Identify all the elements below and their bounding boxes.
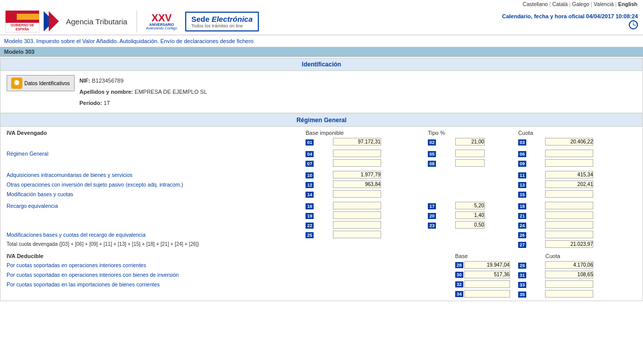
table-row: 34 35 <box>5 289 638 299</box>
id-content: Datos Identificativos NIF: B123456789 Ap… <box>1 71 642 113</box>
field-18[interactable] <box>543 201 638 210</box>
field-27[interactable] <box>543 239 638 249</box>
field-25[interactable] <box>331 230 426 239</box>
iva-devengado-label: IVA Devengado <box>5 129 303 137</box>
lang-valencia[interactable]: Valencià <box>594 1 614 7</box>
name-label: Apellidos y nombre: <box>80 89 133 95</box>
iva-deducible-label: IVA Deducible <box>5 252 303 260</box>
field-22[interactable] <box>331 220 426 230</box>
table-row: 19 20 21 <box>5 210 638 220</box>
field-17[interactable] <box>453 201 516 210</box>
aniv-sub: Avanzando Contigo <box>146 26 177 30</box>
field-08[interactable] <box>453 158 516 168</box>
field-input-03[interactable] <box>543 137 638 147</box>
field-28[interactable] <box>464 261 510 269</box>
main-header: GOBIERNO DE ESPAÑA Agencia Tributaria XX… <box>0 8 643 35</box>
adq-intra-label: Adquisiciones intracomunitarias de biene… <box>5 170 303 179</box>
field-20[interactable] <box>453 210 516 220</box>
field-14[interactable] <box>331 189 426 199</box>
field-num-33: 33 <box>518 282 526 288</box>
field-32[interactable] <box>464 280 510 288</box>
iva-devengado-header-row: IVA Devengado Base imponible Tipo % Cuot… <box>5 129 638 137</box>
field-04[interactable] <box>331 149 426 158</box>
field-23[interactable] <box>453 220 516 230</box>
lang-english[interactable]: English <box>618 1 637 7</box>
field-input-02[interactable] <box>453 137 516 147</box>
cuotas-int-label: Por cuotas soportadas en operaciones int… <box>5 260 303 270</box>
lang-castellano[interactable]: Castellano <box>523 1 548 7</box>
nif-value: B123456789 <box>92 78 123 84</box>
nif-row: NIF: B123456789 <box>80 75 207 86</box>
field-10[interactable] <box>331 170 426 179</box>
table-row: Recargo equivalencia 16 17 18 <box>5 201 638 210</box>
field-30[interactable] <box>464 271 510 278</box>
table-row: Adquisiciones intracomunitarias de biene… <box>5 170 638 179</box>
logo-area: GOBIERNO DE ESPAÑA Agencia Tributaria XX… <box>5 10 259 32</box>
field-35[interactable] <box>543 289 638 299</box>
iva-deducible-header-row: IVA Deducible Base Cuota <box>5 252 638 260</box>
field-07[interactable] <box>331 158 426 168</box>
header-separator <box>137 10 137 32</box>
field-num-02: 02 <box>426 137 453 147</box>
field-13[interactable] <box>543 179 638 189</box>
field-21[interactable] <box>543 210 638 220</box>
otras-ops-label: Otras operaciones con inversión del suje… <box>5 179 303 189</box>
regimen-header-text: Régimen General <box>296 117 347 124</box>
field-31[interactable] <box>543 270 638 279</box>
breadcrumb-text: Modelo 303. Impuesto sobre el Valor Añad… <box>4 38 253 44</box>
id-header-text: Identificación <box>302 61 341 68</box>
field-12[interactable] <box>331 179 426 189</box>
cuotas-imp-label: Por cuotas soportadas en las importacion… <box>5 279 303 289</box>
field-34[interactable] <box>464 290 510 298</box>
sede-box: Sede Electrónica Todos los trámites on l… <box>185 12 259 31</box>
regimen-header: Régimen General <box>1 114 642 127</box>
sede-title: Sede Electrónica <box>191 15 253 23</box>
name-value: EMPRESA DE EJEMPLO SL <box>134 89 207 95</box>
table-row: 07 08 09 <box>5 158 638 168</box>
period-label: Período: <box>80 100 103 106</box>
field-num-34: 34 <box>455 291 463 297</box>
lang-catala[interactable]: Català <box>552 1 567 7</box>
iva-devengado-table: IVA Devengado Base imponible Tipo % Cuot… <box>5 129 638 299</box>
field-06[interactable] <box>543 149 638 158</box>
col-cuota-header: Cuota <box>516 129 638 137</box>
nif-label: NIF: <box>80 78 90 84</box>
table-row: Por cuotas soportadas en las importacion… <box>5 279 638 289</box>
table-row: Por cuotas soportadas en operaciones int… <box>5 270 638 279</box>
field-05[interactable] <box>453 149 516 158</box>
field-num-28: 28 <box>455 262 463 268</box>
field-num-35: 35 <box>518 292 526 298</box>
lang-galego[interactable]: Galego <box>572 1 589 7</box>
name-row: Apellidos y nombre: EMPRESA DE EJEMPLO S… <box>80 86 207 97</box>
field-09[interactable] <box>543 158 638 168</box>
id-data: NIF: B123456789 Apellidos y nombre: EMPR… <box>80 75 207 108</box>
identification-section: Identificación Datos Identificativos NIF… <box>1 58 642 113</box>
sede-subtitle: Todos los trámites on line <box>191 23 253 28</box>
gov-text: GOBIERNO DE ESPAÑA <box>6 23 39 32</box>
table-row: Por cuotas soportadas en operaciones int… <box>5 260 638 270</box>
table-row: Modificaciones bases y cuotas del recarg… <box>5 230 638 239</box>
field-num-01: 01 <box>303 137 331 147</box>
field-24[interactable] <box>543 220 638 230</box>
datetime-label: Calendario, fecha y hora oficial 04/04/2… <box>502 13 638 19</box>
field-29[interactable] <box>543 260 638 270</box>
section-title: Modelo 303 <box>4 49 35 55</box>
mod-recargo-label: Modificaciones bases y cuotas del recarg… <box>5 230 303 239</box>
field-33[interactable] <box>543 279 638 289</box>
field-15[interactable] <box>543 189 638 199</box>
period-value: 1T <box>104 100 110 106</box>
datos-identificativos-button[interactable]: Datos Identificativos <box>7 75 75 91</box>
col-tipo-header: Tipo % <box>426 129 516 137</box>
field-num-31: 31 <box>518 272 526 278</box>
mod-bases-label: Modificación bases y cuotas <box>5 189 303 199</box>
field-input-01[interactable] <box>331 137 426 147</box>
field-16[interactable] <box>331 201 426 210</box>
col-base-ded-header: Base <box>453 252 516 260</box>
field-11[interactable] <box>543 170 638 179</box>
table-row: Otras operaciones con inversión del suje… <box>5 179 638 189</box>
cuotas-inv-label: Por cuotas soportadas en operaciones int… <box>5 270 303 279</box>
col-base-header: Base imponible <box>303 129 426 137</box>
field-26[interactable] <box>543 230 638 239</box>
regimen-section: Régimen General IVA Devengado <box>1 113 642 301</box>
field-19[interactable] <box>331 210 426 220</box>
